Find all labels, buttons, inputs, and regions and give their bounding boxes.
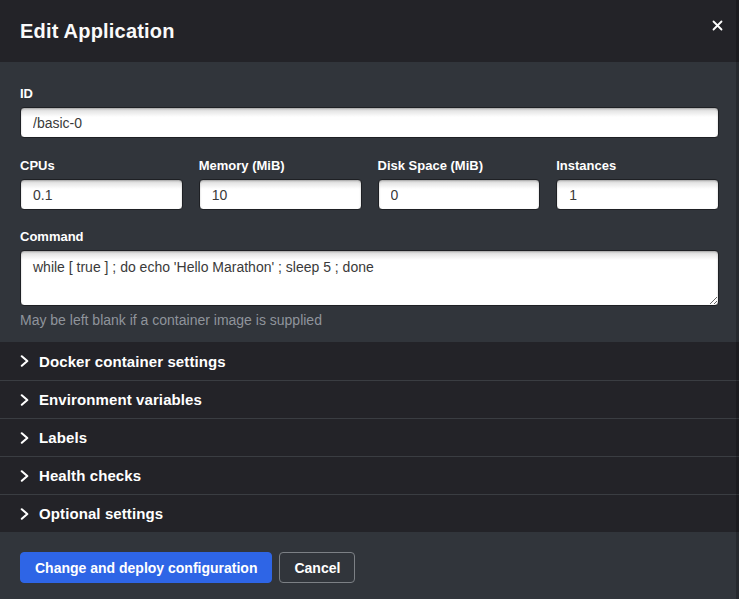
change-and-deploy-button[interactable]: Change and deploy configuration (20, 552, 272, 583)
disk-label: Disk Space (MiB) (378, 158, 541, 173)
section-labels[interactable]: Labels (0, 418, 739, 456)
section-label: Health checks (39, 467, 141, 484)
id-label: ID (20, 86, 719, 101)
chevron-right-icon (20, 470, 29, 482)
memory-label: Memory (MiB) (199, 158, 362, 173)
field-group-disk: Disk Space (MiB) (378, 158, 541, 210)
section-label: Labels (39, 429, 87, 446)
resources-row: CPUs Memory (MiB) Disk Space (MiB) Insta… (20, 158, 719, 210)
instances-label: Instances (556, 158, 719, 173)
application-form: ID CPUs Memory (MiB) Disk Space (MiB) In… (0, 62, 739, 342)
chevron-right-icon (20, 508, 29, 520)
section-docker-container-settings[interactable]: Docker container settings (0, 342, 739, 380)
field-group-command: Command while [ true ] ; do echo 'Hello … (20, 229, 719, 328)
section-health-checks[interactable]: Health checks (0, 456, 739, 494)
field-group-instances: Instances (556, 158, 719, 210)
cancel-button[interactable]: Cancel (279, 552, 355, 583)
edit-application-modal: Edit Application ID CPUs Memory (MiB) (0, 0, 739, 599)
modal-header: Edit Application (0, 0, 739, 62)
section-label: Docker container settings (39, 353, 226, 370)
field-group-id: ID (20, 86, 719, 138)
section-label: Optional settings (39, 505, 163, 522)
field-group-memory: Memory (MiB) (199, 158, 362, 210)
section-environment-variables[interactable]: Environment variables (0, 380, 739, 418)
cpus-label: CPUs (20, 158, 183, 173)
modal-title: Edit Application (20, 20, 175, 43)
chevron-right-icon (20, 355, 29, 367)
close-icon (712, 20, 723, 31)
id-input[interactable] (20, 107, 719, 138)
instances-input[interactable] (556, 179, 719, 210)
modal-footer: Change and deploy configuration Cancel (0, 532, 739, 599)
cpus-input[interactable] (20, 179, 183, 210)
memory-input[interactable] (199, 179, 362, 210)
field-group-cpus: CPUs (20, 158, 183, 210)
chevron-right-icon (20, 432, 29, 444)
section-optional-settings[interactable]: Optional settings (0, 494, 739, 532)
close-button[interactable] (707, 15, 727, 35)
chevron-right-icon (20, 394, 29, 406)
disk-input[interactable] (378, 179, 541, 210)
accordion-sections: Docker container settings Environment va… (0, 342, 739, 532)
section-label: Environment variables (39, 391, 202, 408)
command-label: Command (20, 229, 719, 244)
command-help-text: May be left blank if a container image i… (20, 312, 719, 328)
command-textarea[interactable]: while [ true ] ; do echo 'Hello Marathon… (20, 250, 719, 306)
